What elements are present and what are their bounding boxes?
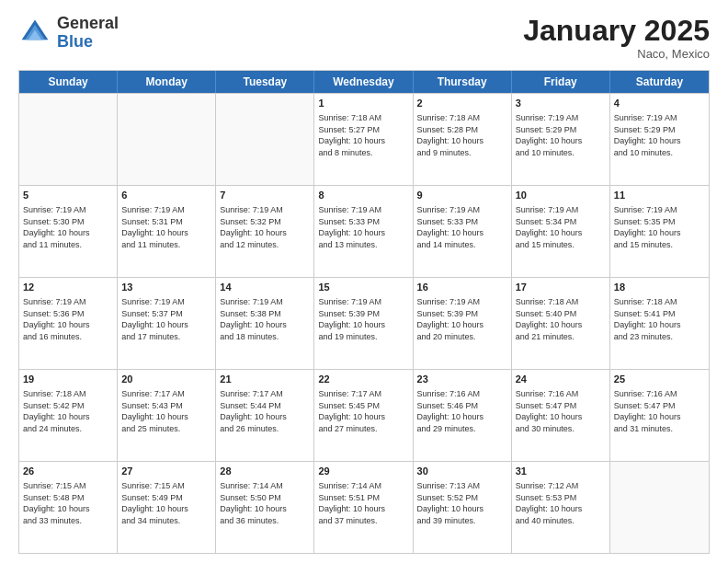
calendar-cell: 28Sunrise: 7:14 AM Sunset: 5:50 PM Dayli…: [216, 462, 314, 553]
header: General Blue January 2025 Naco, Mexico: [18, 15, 710, 61]
calendar-cell: 17Sunrise: 7:18 AM Sunset: 5:40 PM Dayli…: [512, 278, 610, 369]
day-number: 19: [23, 373, 113, 386]
cell-info: Sunrise: 7:14 AM Sunset: 5:51 PM Dayligh…: [318, 480, 408, 526]
cell-info: Sunrise: 7:13 AM Sunset: 5:52 PM Dayligh…: [417, 480, 507, 526]
calendar-cell: 18Sunrise: 7:18 AM Sunset: 5:41 PM Dayli…: [610, 278, 709, 369]
calendar-cell: 10Sunrise: 7:19 AM Sunset: 5:34 PM Dayli…: [512, 186, 610, 277]
cell-info: Sunrise: 7:19 AM Sunset: 5:37 PM Dayligh…: [121, 296, 211, 342]
calendar-cell: 31Sunrise: 7:12 AM Sunset: 5:53 PM Dayli…: [512, 462, 610, 553]
calendar-cell: 21Sunrise: 7:17 AM Sunset: 5:44 PM Dayli…: [216, 370, 314, 461]
day-number: 29: [318, 465, 408, 478]
cell-info: Sunrise: 7:19 AM Sunset: 5:29 PM Dayligh…: [516, 112, 606, 158]
cell-info: Sunrise: 7:19 AM Sunset: 5:36 PM Dayligh…: [23, 296, 113, 342]
cell-info: Sunrise: 7:15 AM Sunset: 5:48 PM Dayligh…: [23, 480, 113, 526]
logo-blue: Blue: [57, 33, 119, 52]
day-number: 4: [614, 97, 705, 110]
day-number: 16: [417, 281, 507, 294]
cell-info: Sunrise: 7:19 AM Sunset: 5:30 PM Dayligh…: [23, 204, 113, 250]
calendar-cell: [610, 462, 709, 553]
calendar-cell: 11Sunrise: 7:19 AM Sunset: 5:35 PM Dayli…: [610, 186, 709, 277]
title-block: January 2025 Naco, Mexico: [523, 15, 710, 61]
day-number: 7: [220, 189, 310, 202]
cell-info: Sunrise: 7:12 AM Sunset: 5:53 PM Dayligh…: [516, 480, 606, 526]
calendar-row-3: 19Sunrise: 7:18 AM Sunset: 5:42 PM Dayli…: [19, 369, 709, 461]
calendar-cell: 8Sunrise: 7:19 AM Sunset: 5:33 PM Daylig…: [314, 186, 413, 277]
day-number: 1: [318, 97, 408, 110]
calendar-cell: 5Sunrise: 7:19 AM Sunset: 5:30 PM Daylig…: [19, 186, 118, 277]
calendar-cell: 19Sunrise: 7:18 AM Sunset: 5:42 PM Dayli…: [19, 370, 118, 461]
day-number: 27: [121, 465, 211, 478]
day-number: 28: [220, 465, 310, 478]
day-number: 30: [417, 465, 507, 478]
day-number: 26: [23, 465, 113, 478]
cell-info: Sunrise: 7:19 AM Sunset: 5:34 PM Dayligh…: [516, 204, 606, 250]
header-day-monday: Monday: [118, 71, 216, 93]
calendar-row-1: 5Sunrise: 7:19 AM Sunset: 5:30 PM Daylig…: [19, 185, 709, 277]
cell-info: Sunrise: 7:16 AM Sunset: 5:47 PM Dayligh…: [614, 388, 705, 434]
calendar-cell: 6Sunrise: 7:19 AM Sunset: 5:31 PM Daylig…: [118, 186, 216, 277]
cell-info: Sunrise: 7:19 AM Sunset: 5:39 PM Dayligh…: [417, 296, 507, 342]
calendar-cell: 15Sunrise: 7:19 AM Sunset: 5:39 PM Dayli…: [314, 278, 413, 369]
calendar-cell: 30Sunrise: 7:13 AM Sunset: 5:52 PM Dayli…: [414, 462, 512, 553]
calendar-row-2: 12Sunrise: 7:19 AM Sunset: 5:36 PM Dayli…: [19, 277, 709, 369]
calendar-cell: 9Sunrise: 7:19 AM Sunset: 5:33 PM Daylig…: [414, 186, 512, 277]
header-day-wednesday: Wednesday: [314, 71, 413, 93]
cell-info: Sunrise: 7:19 AM Sunset: 5:29 PM Dayligh…: [614, 112, 705, 158]
calendar-cell: 22Sunrise: 7:17 AM Sunset: 5:45 PM Dayli…: [314, 370, 413, 461]
calendar-cell: 1Sunrise: 7:18 AM Sunset: 5:27 PM Daylig…: [314, 94, 413, 185]
calendar-cell: 4Sunrise: 7:19 AM Sunset: 5:29 PM Daylig…: [610, 94, 709, 185]
calendar-cell: 20Sunrise: 7:17 AM Sunset: 5:43 PM Dayli…: [118, 370, 216, 461]
cell-info: Sunrise: 7:19 AM Sunset: 5:39 PM Dayligh…: [318, 296, 408, 342]
calendar-cell: 23Sunrise: 7:16 AM Sunset: 5:46 PM Dayli…: [414, 370, 512, 461]
day-number: 17: [516, 281, 606, 294]
day-number: 15: [318, 281, 408, 294]
cell-info: Sunrise: 7:19 AM Sunset: 5:33 PM Dayligh…: [417, 204, 507, 250]
day-number: 23: [417, 373, 507, 386]
cell-info: Sunrise: 7:17 AM Sunset: 5:45 PM Dayligh…: [318, 388, 408, 434]
day-number: 24: [516, 373, 606, 386]
location: Naco, Mexico: [523, 47, 710, 61]
day-number: 3: [516, 97, 606, 110]
header-day-friday: Friday: [512, 71, 610, 93]
cell-info: Sunrise: 7:18 AM Sunset: 5:27 PM Dayligh…: [318, 112, 408, 158]
day-number: 9: [417, 189, 507, 202]
page: General Blue January 2025 Naco, Mexico S…: [0, 0, 728, 563]
cell-info: Sunrise: 7:17 AM Sunset: 5:44 PM Dayligh…: [220, 388, 310, 434]
cell-info: Sunrise: 7:18 AM Sunset: 5:28 PM Dayligh…: [417, 112, 507, 158]
calendar-cell: 24Sunrise: 7:16 AM Sunset: 5:47 PM Dayli…: [512, 370, 610, 461]
cell-info: Sunrise: 7:15 AM Sunset: 5:49 PM Dayligh…: [121, 480, 211, 526]
calendar-cell: 12Sunrise: 7:19 AM Sunset: 5:36 PM Dayli…: [19, 278, 118, 369]
cell-info: Sunrise: 7:18 AM Sunset: 5:42 PM Dayligh…: [23, 388, 113, 434]
cell-info: Sunrise: 7:19 AM Sunset: 5:31 PM Dayligh…: [121, 204, 211, 250]
header-day-sunday: Sunday: [19, 71, 118, 93]
header-day-thursday: Thursday: [414, 71, 512, 93]
calendar-cell: 27Sunrise: 7:15 AM Sunset: 5:49 PM Dayli…: [118, 462, 216, 553]
day-number: 5: [23, 189, 113, 202]
logo-text: General Blue: [57, 15, 119, 52]
logo: General Blue: [18, 15, 119, 52]
calendar-cell: 29Sunrise: 7:14 AM Sunset: 5:51 PM Dayli…: [314, 462, 413, 553]
cell-info: Sunrise: 7:19 AM Sunset: 5:33 PM Dayligh…: [318, 204, 408, 250]
calendar-cell: 3Sunrise: 7:19 AM Sunset: 5:29 PM Daylig…: [512, 94, 610, 185]
calendar-cell: 2Sunrise: 7:18 AM Sunset: 5:28 PM Daylig…: [414, 94, 512, 185]
calendar-cell: 13Sunrise: 7:19 AM Sunset: 5:37 PM Dayli…: [118, 278, 216, 369]
day-number: 31: [516, 465, 606, 478]
logo-general: General: [57, 15, 119, 33]
day-number: 2: [417, 97, 507, 110]
calendar-cell: [216, 94, 314, 185]
day-number: 12: [23, 281, 113, 294]
cell-info: Sunrise: 7:14 AM Sunset: 5:50 PM Dayligh…: [220, 480, 310, 526]
day-number: 10: [516, 189, 606, 202]
cell-info: Sunrise: 7:16 AM Sunset: 5:47 PM Dayligh…: [516, 388, 606, 434]
day-number: 11: [614, 189, 705, 202]
calendar-body: 1Sunrise: 7:18 AM Sunset: 5:27 PM Daylig…: [19, 93, 709, 553]
header-day-tuesday: Tuesday: [216, 71, 314, 93]
day-number: 18: [614, 281, 705, 294]
month-title: January 2025: [523, 15, 710, 47]
day-number: 21: [220, 373, 310, 386]
day-number: 22: [318, 373, 408, 386]
calendar-cell: [118, 94, 216, 185]
cell-info: Sunrise: 7:19 AM Sunset: 5:38 PM Dayligh…: [220, 296, 310, 342]
cell-info: Sunrise: 7:17 AM Sunset: 5:43 PM Dayligh…: [121, 388, 211, 434]
calendar-header: SundayMondayTuesdayWednesdayThursdayFrid…: [19, 71, 709, 93]
